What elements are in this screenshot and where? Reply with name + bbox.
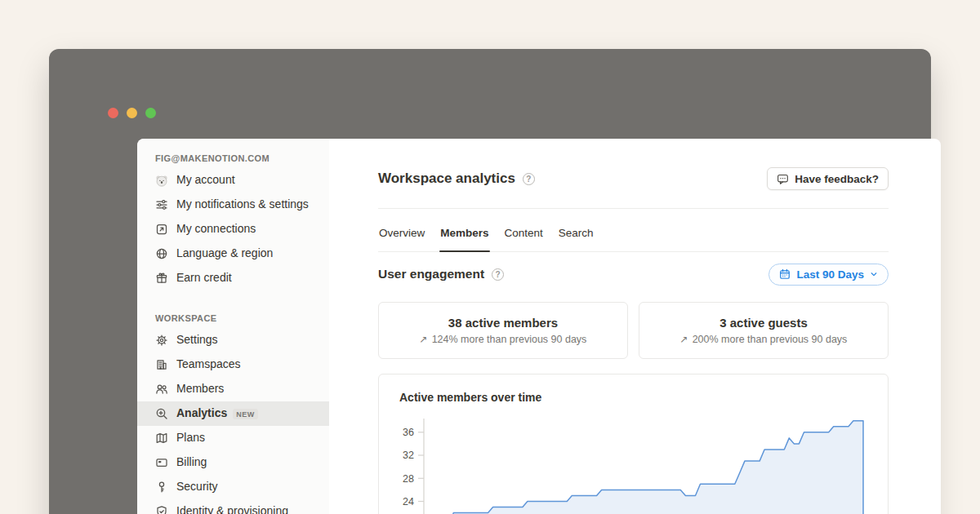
- sidebar-item-members[interactable]: Members: [137, 377, 329, 401]
- page-title: Workspace analytics: [378, 171, 515, 187]
- speech-bubble-icon: [777, 173, 789, 185]
- stat-value: 3 active guests: [719, 316, 808, 330]
- globe-icon: [155, 247, 168, 260]
- sidebar-item-my-notifications-settings[interactable]: My notifications & settings: [137, 193, 329, 217]
- new-badge: NEW: [233, 409, 258, 419]
- sidebar-item-label: Plans: [176, 430, 205, 446]
- stat-value: 38 active members: [448, 316, 558, 330]
- stat-delta-text: 124% more than previous 90 days: [432, 334, 587, 345]
- workspace-header: WORKSPACE: [137, 310, 329, 328]
- window-controls: [108, 108, 156, 118]
- sidebar-item-billing[interactable]: Billing: [137, 450, 329, 475]
- chart-title: Active members over time: [379, 374, 888, 404]
- sidebar-item-analytics[interactable]: AnalyticsNEW: [137, 401, 329, 426]
- sidebar-item-plans[interactable]: Plans: [137, 426, 329, 450]
- sidebar-item-label: Teamspaces: [176, 357, 241, 373]
- shield-check-icon: [155, 505, 168, 514]
- active-members-chart-card: Active members over time 162024283236: [378, 374, 889, 514]
- analytics-main: Workspace analytics ? Have feedback? Ove…: [329, 139, 941, 514]
- analytics-tab-bar: OverviewMembersContentSearch: [378, 221, 889, 252]
- user-engagement-title: User engagement: [378, 267, 484, 281]
- minimize-button[interactable]: [127, 108, 137, 118]
- trend-up-icon: ↗: [680, 334, 688, 345]
- sidebar-item-label: Settings: [176, 332, 218, 348]
- chevron-down-icon: [870, 270, 878, 278]
- help-icon[interactable]: ?: [523, 173, 535, 185]
- arrow-up-right-box-icon: [155, 223, 168, 236]
- sidebar-item-security[interactable]: Security: [137, 475, 329, 499]
- map-icon: [155, 432, 168, 445]
- sidebar-item-label: Language & region: [176, 246, 273, 262]
- workspace-section: SettingsTeamspacesMembersAnalyticsNEWPla…: [137, 328, 329, 514]
- sidebar-item-identity-provisioning[interactable]: Identity & provisioning: [137, 499, 329, 514]
- header-divider: [378, 208, 889, 209]
- magnifier-plus-icon: [155, 407, 168, 420]
- zoom-button[interactable]: [145, 108, 156, 118]
- date-range-label: Last 90 Days: [796, 268, 864, 281]
- sidebar-item-my-connections[interactable]: My connections: [137, 217, 329, 241]
- stat-delta: ↗200% more than previous 90 days: [680, 334, 848, 345]
- account-section: My accountMy notifications & settingsMy …: [137, 168, 329, 290]
- chart-area-fill: [424, 421, 863, 514]
- settings-window: FIG@MAKENOTION.COM My accountMy notifica…: [49, 49, 931, 514]
- sidebar-item-label: My notifications & settings: [176, 197, 309, 213]
- calendar-icon: [779, 268, 791, 280]
- gift-icon: [155, 272, 168, 285]
- trend-up-icon: ↗: [420, 334, 428, 345]
- y-axis-label: 28: [403, 473, 414, 485]
- sidebar-item-label: Members: [176, 381, 224, 397]
- sidebar-item-settings[interactable]: Settings: [137, 328, 329, 352]
- sidebar-item-label: My account: [176, 172, 235, 188]
- account-email-header: FIG@MAKENOTION.COM: [137, 150, 329, 168]
- close-button[interactable]: [108, 108, 118, 118]
- stat-card-3-active-guests: 3 active guests↗200% more than previous …: [639, 302, 889, 359]
- y-axis-label: 32: [403, 450, 414, 461]
- stat-delta-text: 200% more than previous 90 days: [693, 334, 848, 345]
- tab-overview[interactable]: Overview: [378, 221, 425, 251]
- stat-cards-row: 38 active members↗124% more than previou…: [378, 302, 889, 359]
- sidebar-item-label: Security: [176, 479, 218, 495]
- active-members-area-chart: 162024283236: [379, 407, 889, 514]
- sidebar-item-teamspaces[interactable]: Teamspaces: [137, 352, 329, 377]
- gear-icon: [155, 334, 168, 347]
- y-axis-label: 36: [403, 427, 414, 438]
- have-feedback-label: Have feedback?: [795, 173, 879, 185]
- tab-search[interactable]: Search: [558, 221, 595, 251]
- avatar-icon: [155, 174, 168, 188]
- date-range-dropdown[interactable]: Last 90 Days: [768, 264, 889, 286]
- settings-sidebar: FIG@MAKENOTION.COM My accountMy notifica…: [137, 139, 329, 514]
- sidebar-item-label: Billing: [176, 454, 207, 471]
- stat-card-38-active-members: 38 active members↗124% more than previou…: [378, 302, 628, 359]
- sidebar-item-label: Analytics: [176, 405, 227, 422]
- sliders-icon: [155, 198, 168, 211]
- sidebar-item-label: My connections: [176, 221, 256, 237]
- stat-delta: ↗124% more than previous 90 days: [420, 334, 587, 345]
- sidebar-item-label: Earn credit: [176, 270, 232, 286]
- building-icon: [155, 358, 168, 371]
- tab-members[interactable]: Members: [439, 221, 489, 251]
- people-icon: [155, 383, 168, 396]
- sidebar-item-my-account[interactable]: My account: [137, 168, 329, 193]
- page-title-row: Workspace analytics ?: [378, 171, 535, 187]
- sidebar-item-language-region[interactable]: Language & region: [137, 241, 329, 266]
- settings-panel: FIG@MAKENOTION.COM My accountMy notifica…: [137, 139, 941, 514]
- credit-card-icon: [155, 456, 168, 469]
- sidebar-item-earn-credit[interactable]: Earn credit: [137, 266, 329, 290]
- tab-content[interactable]: Content: [504, 221, 544, 251]
- help-icon[interactable]: ?: [492, 268, 504, 281]
- key-icon: [155, 481, 168, 494]
- section-title-row: User engagement ?: [378, 267, 504, 281]
- y-axis-label: 24: [403, 496, 414, 507]
- have-feedback-button[interactable]: Have feedback?: [767, 167, 889, 190]
- sidebar-item-label: Identity & provisioning: [176, 503, 288, 514]
